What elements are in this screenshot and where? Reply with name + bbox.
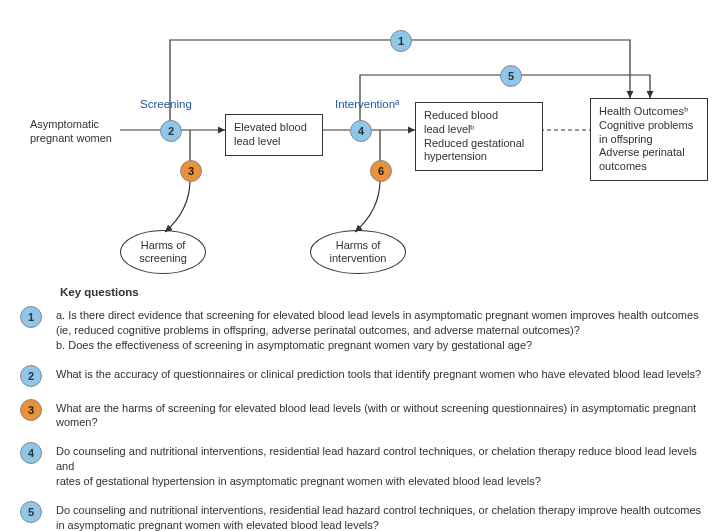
key-question-number: 5: [20, 501, 42, 523]
key-question-row: 5Do counseling and nutritional intervent…: [20, 501, 706, 531]
key-questions-title: Key questions: [60, 286, 706, 298]
ellipse-harms-intervention: Harms of intervention: [310, 230, 406, 274]
kq-bubble-6: 6: [370, 160, 392, 182]
key-question-text: Do counseling and nutritional interventi…: [56, 442, 706, 489]
key-questions-section: Key questions 1a. Is there direct eviden…: [20, 286, 706, 531]
ellipse-harms-screening: Harms of screening: [120, 230, 206, 274]
intervention-heading: Interventionª: [335, 98, 399, 110]
kq-bubble-2: 2: [160, 120, 182, 142]
kq-bubble-1: 1: [390, 30, 412, 52]
key-question-text: What are the harms of screening for elev…: [56, 399, 706, 431]
key-question-row: 3What are the harms of screening for ele…: [20, 399, 706, 431]
key-question-number: 4: [20, 442, 42, 464]
key-question-number: 1: [20, 306, 42, 328]
box-elevated-blood-lead: Elevated blood lead level: [225, 114, 323, 156]
key-questions-list: 1a. Is there direct evidence that screen…: [20, 306, 706, 531]
kq-bubble-3: 3: [180, 160, 202, 182]
key-question-text: Do counseling and nutritional interventi…: [56, 501, 701, 531]
key-question-row: 1a. Is there direct evidence that screen…: [20, 306, 706, 353]
key-question-row: 4Do counseling and nutritional intervent…: [20, 442, 706, 489]
key-question-number: 2: [20, 365, 42, 387]
screening-heading: Screening: [140, 98, 192, 110]
box-health-outcomes: Health Outcomesᵇ Cognitive problems in o…: [590, 98, 708, 181]
kq-bubble-4: 4: [350, 120, 372, 142]
key-question-text: a. Is there direct evidence that screeni…: [56, 306, 699, 353]
box-reduced-outcomes: Reduced blood lead levelᵇ Reduced gestat…: [415, 102, 543, 171]
analytic-framework-diagram: Asymptomatic pregnant women Screening In…: [20, 20, 706, 280]
kq-bubble-5: 5: [500, 65, 522, 87]
key-question-text: What is the accuracy of questionnaires o…: [56, 365, 701, 382]
key-question-row: 2What is the accuracy of questionnaires …: [20, 365, 706, 387]
start-population: Asymptomatic pregnant women: [30, 118, 125, 146]
key-question-number: 3: [20, 399, 42, 421]
